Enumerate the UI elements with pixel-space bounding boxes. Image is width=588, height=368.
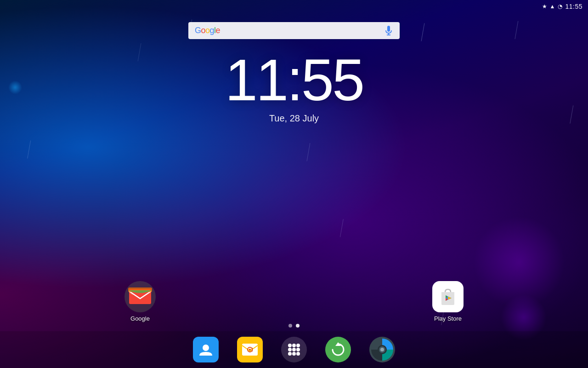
svg-point-17: [288, 348, 292, 351]
svg-point-14: [288, 344, 292, 347]
status-bar: ★ ▲ ◔ 11:55: [537, 0, 588, 13]
clock-widget: 11:55 Tue, 28 July: [225, 51, 363, 124]
google-app-label: Google: [130, 315, 150, 322]
dock-updates[interactable]: [325, 337, 351, 362]
dock: [0, 331, 588, 368]
email-icon: [237, 337, 263, 362]
svg-point-18: [292, 348, 296, 351]
clock-time: 11:55: [225, 51, 363, 109]
dock-camera[interactable]: [369, 337, 395, 362]
status-time: 11:55: [565, 3, 582, 10]
dock-email[interactable]: [237, 337, 263, 362]
playstore-app-label: Play Store: [434, 315, 462, 322]
apps-icon: [281, 337, 307, 362]
mic-icon[interactable]: [384, 26, 393, 35]
svg-point-26: [380, 348, 384, 351]
contacts-icon: [193, 337, 219, 362]
svg-point-22: [296, 352, 300, 356]
gmail-icon-image: [124, 281, 156, 312]
google-logo: Google: [195, 26, 384, 35]
alarm-icon: ◔: [558, 3, 562, 10]
playstore-icon-image: [432, 281, 464, 312]
svg-point-15: [292, 344, 296, 347]
playstore-app-icon[interactable]: Play Store: [432, 281, 464, 322]
page-dot-2[interactable]: [296, 324, 300, 328]
svg-point-16: [296, 344, 300, 347]
star-icon: ★: [542, 3, 547, 10]
svg-point-9: [203, 345, 209, 351]
svg-point-20: [288, 352, 292, 356]
clock-date: Tue, 28 July: [225, 113, 363, 124]
dock-apps[interactable]: [281, 337, 307, 362]
dock-contacts[interactable]: [193, 337, 219, 362]
search-bar[interactable]: Google: [188, 22, 400, 39]
camera-icon: [369, 337, 395, 362]
svg-point-12: [249, 349, 251, 351]
wifi-icon: ▲: [550, 3, 555, 10]
page-indicators: [288, 324, 300, 328]
google-app-icon[interactable]: Google: [124, 281, 156, 322]
page-dot-1[interactable]: [288, 324, 292, 328]
updates-icon: [325, 337, 351, 362]
svg-point-21: [292, 352, 296, 356]
svg-rect-0: [387, 26, 390, 32]
svg-point-19: [296, 348, 300, 351]
